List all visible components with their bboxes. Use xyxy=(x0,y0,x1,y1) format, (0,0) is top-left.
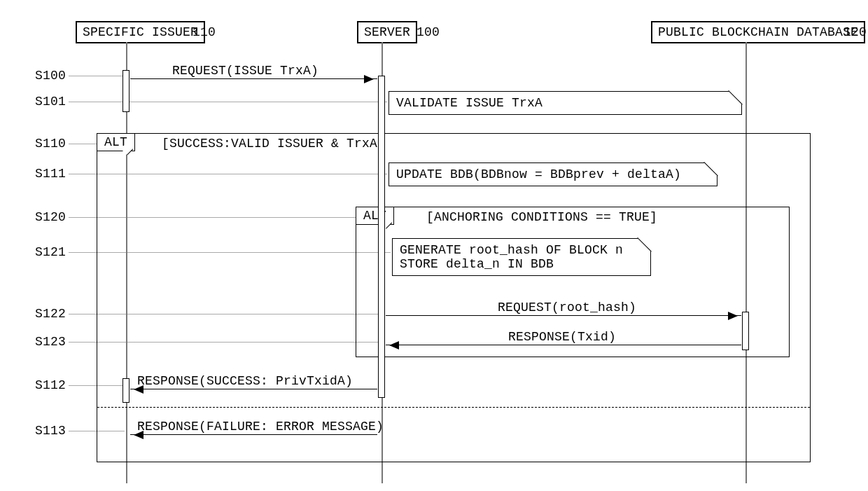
note-validate: VALIDATE ISSUE TrxA xyxy=(388,91,742,115)
frame-inner-guard: [ANCHORING CONDITIONS == TRUE] xyxy=(426,210,657,224)
step-s123: S123 xyxy=(35,335,66,349)
activation-issuer-1 xyxy=(122,70,130,112)
step-s122: S122 xyxy=(35,307,66,321)
note-update: UPDATE BDB(BDBnow = BDBprev + deltaA) xyxy=(388,162,718,186)
participant-pbd: PUBLIC BLOCKCHAIN DATABASE xyxy=(651,21,865,43)
frame-inner-label: ALT xyxy=(356,207,394,225)
step-s101: S101 xyxy=(35,95,66,109)
note-generate-l2: STORE delta_n IN BDB xyxy=(400,257,643,271)
sequence-diagram: SPECIFIC ISSUER 110 SERVER 100 PUBLIC BL… xyxy=(0,0,868,491)
msg-response-failure-label: RESPONSE(FAILURE: ERROR MESSAGE) xyxy=(137,420,384,434)
participant-server-ref: 100 xyxy=(416,25,440,39)
participant-pbd-ref: 120 xyxy=(844,25,867,39)
msg-request-root: REQUEST(root_hash) xyxy=(386,315,741,316)
step-s111: S111 xyxy=(35,167,66,181)
step-s121: S121 xyxy=(35,245,66,259)
msg-response-success: RESPONSE(SUCCESS: PrivTxidA) xyxy=(130,389,377,389)
activation-issuer-2 xyxy=(122,378,130,403)
participant-server: SERVER xyxy=(357,21,417,43)
frame-outer-divider xyxy=(97,407,810,408)
note-generate: GENERATE root_hash OF BLOCK n STORE delt… xyxy=(392,238,651,276)
frame-outer-guard: [SUCCESS:VALID ISSUER & TrxA] xyxy=(162,137,385,151)
participant-server-label: SERVER xyxy=(364,25,410,39)
step-s113: S113 xyxy=(35,424,66,438)
frame-outer-label: ALT xyxy=(97,133,135,151)
note-generate-l1: GENERATE root_hash OF BLOCK n xyxy=(400,243,643,257)
participant-pbd-label: PUBLIC BLOCKCHAIN DATABASE xyxy=(658,25,858,39)
participant-issuer: SPECIFIC ISSUER xyxy=(76,21,205,43)
msg-response-txid: RESPONSE(Txid) xyxy=(386,345,741,345)
step-s100: S100 xyxy=(35,69,66,83)
msg-request-root-label: REQUEST(root_hash) xyxy=(498,300,636,314)
note-validate-l1: VALIDATE ISSUE TrxA xyxy=(396,96,734,110)
step-s120: S120 xyxy=(35,210,66,224)
dog-ear-icon xyxy=(729,90,743,104)
msg-request-issue: REQUEST(ISSUE TrxA) xyxy=(130,78,377,79)
dog-ear-icon xyxy=(638,237,652,251)
participant-issuer-label: SPECIFIC ISSUER xyxy=(83,25,198,39)
dog-ear-icon xyxy=(704,162,718,176)
activation-pbd xyxy=(742,312,749,350)
activation-server xyxy=(378,76,385,398)
msg-response-success-label: RESPONSE(SUCCESS: PrivTxidA) xyxy=(137,374,353,388)
msg-response-txid-label: RESPONSE(Txid) xyxy=(508,330,616,344)
msg-request-issue-label: REQUEST(ISSUE TrxA) xyxy=(172,64,318,78)
step-s112: S112 xyxy=(35,378,66,392)
msg-response-failure: RESPONSE(FAILURE: ERROR MESSAGE) xyxy=(130,434,377,435)
step-s110: S110 xyxy=(35,137,66,151)
note-update-l1: UPDATE BDB(BDBnow = BDBprev + deltaA) xyxy=(396,167,710,181)
participant-issuer-ref: 110 xyxy=(192,25,216,39)
